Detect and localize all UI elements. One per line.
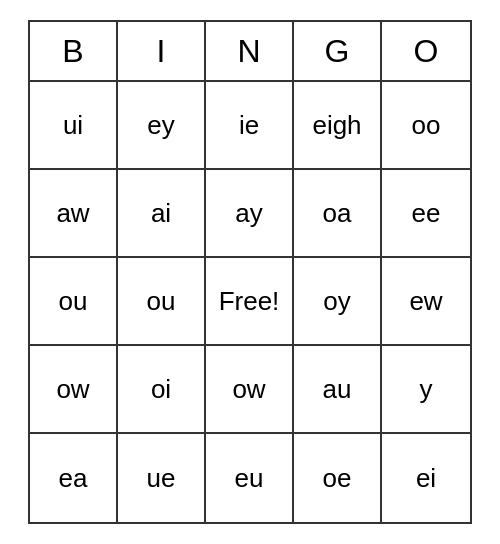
bingo-cell: ue [118,434,206,522]
bingo-cell: ou [30,258,118,346]
bingo-row: eaueeuoeei [30,434,470,522]
bingo-row: uieyieeighoo [30,82,470,170]
bingo-cell: ui [30,82,118,170]
header-cell: I [118,22,206,82]
header-cell: N [206,22,294,82]
bingo-row: owoiowauy [30,346,470,434]
bingo-card: BINGO uieyieeighooawaiayoaeeououFree!oye… [28,20,472,524]
bingo-body: uieyieeighooawaiayoaeeououFree!oyewowoio… [30,82,470,522]
bingo-cell: oy [294,258,382,346]
bingo-cell: ie [206,82,294,170]
bingo-cell: oe [294,434,382,522]
bingo-cell: aw [30,170,118,258]
bingo-row: awaiayoaee [30,170,470,258]
bingo-cell: ay [206,170,294,258]
header-cell: B [30,22,118,82]
bingo-cell: eigh [294,82,382,170]
bingo-cell: ou [118,258,206,346]
bingo-cell: ow [30,346,118,434]
bingo-cell: au [294,346,382,434]
bingo-cell: ea [30,434,118,522]
header-cell: O [382,22,470,82]
bingo-cell: ew [382,258,470,346]
bingo-cell: ai [118,170,206,258]
bingo-header: BINGO [30,22,470,82]
bingo-cell: oa [294,170,382,258]
bingo-cell: eu [206,434,294,522]
bingo-cell: ey [118,82,206,170]
bingo-cell: ow [206,346,294,434]
bingo-cell: oo [382,82,470,170]
bingo-cell: Free! [206,258,294,346]
bingo-cell: y [382,346,470,434]
header-cell: G [294,22,382,82]
bingo-cell: ei [382,434,470,522]
bingo-cell: oi [118,346,206,434]
bingo-row: ououFree!oyew [30,258,470,346]
bingo-cell: ee [382,170,470,258]
